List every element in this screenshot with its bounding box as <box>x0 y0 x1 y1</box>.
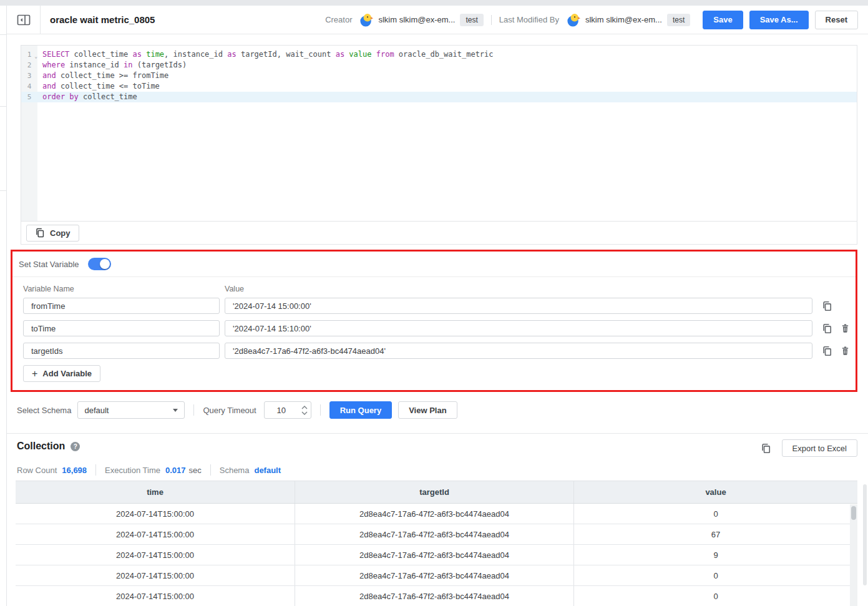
variable-name-input[interactable] <box>23 320 220 336</box>
cell-time: 2024-07-14T15:00:00 <box>16 545 295 565</box>
chevron-down-icon[interactable] <box>301 411 308 415</box>
sql-editor: 1⌄2345 SELECT collect_time as time, inst… <box>21 45 857 245</box>
code-line[interactable]: and collect_time >= fromTime <box>37 71 857 81</box>
trash-icon <box>841 346 850 356</box>
sidebar-divider <box>0 190 6 191</box>
query-timeout-input[interactable]: 10 <box>264 401 311 419</box>
cell-targetid: 2d8ea4c7-17a6-47f2-a6f3-bc4474aead04 <box>295 586 573 606</box>
header-separator <box>40 6 41 34</box>
copy-variable-button[interactable] <box>821 300 832 311</box>
code-lines[interactable]: SELECT collect_time as time, instance_id… <box>37 46 857 221</box>
code-line[interactable]: and collect_time <= toTime <box>37 81 857 92</box>
schema-value: default <box>254 466 281 475</box>
line-number: 3 <box>21 71 37 81</box>
table-scrollbar-thumb[interactable] <box>851 506 856 520</box>
variable-value-input[interactable] <box>225 343 812 359</box>
stat-variable-section: Set Stat Variable Variable Name Value <box>11 250 857 392</box>
copy-label: Copy <box>50 228 71 238</box>
cell-time: 2024-07-14T15:00:00 <box>16 504 295 524</box>
toggle-knob <box>100 259 110 269</box>
save-as-button[interactable]: Save As... <box>749 11 809 29</box>
set-stat-variable-toggle[interactable] <box>88 258 111 270</box>
query-editor-page: oracle wait metric_0805 Creator slkim sl… <box>0 0 868 606</box>
cell-time: 2024-07-14T15:00:00 <box>16 586 295 606</box>
value-header: Value <box>225 285 244 293</box>
cell-value: 0 <box>573 565 857 585</box>
schema-select[interactable]: default <box>77 401 185 419</box>
cell-value: 9 <box>573 545 857 565</box>
variable-value-input[interactable] <box>225 320 812 336</box>
delete-variable-button[interactable] <box>839 323 851 334</box>
copy-variable-button[interactable] <box>821 345 832 356</box>
last-modified-label: Last Modified By <box>499 15 559 24</box>
cell-value: 0 <box>573 586 857 606</box>
copy-results-button[interactable] <box>761 442 772 454</box>
page-scrollbar[interactable] <box>863 484 867 585</box>
sidebar-divider <box>0 106 6 107</box>
copy-variable-button[interactable] <box>821 323 832 334</box>
table-row: 2024-07-14T15:00:00 2d8ea4c7-17a6-47f2-a… <box>16 586 857 606</box>
title-bar: oracle wait metric_0805 Creator slkim sl… <box>7 6 868 34</box>
set-stat-variable-label: Set Stat Variable <box>19 260 79 269</box>
variable-name-header: Variable Name <box>23 285 225 293</box>
add-variable-button[interactable]: + Add Variable <box>23 365 100 382</box>
reset-button[interactable]: Reset <box>815 11 858 29</box>
cell-targetid: 2d8ea4c7-17a6-47f2-a6f3-bc4474aead04 <box>295 504 573 524</box>
cell-targetid: 2d8ea4c7-17a6-47f2-a6f3-bc4474aead04 <box>295 545 573 565</box>
query-controls: Select Schema default Query Timeout 10 R… <box>17 401 457 419</box>
variable-row <box>23 320 856 336</box>
creator-avatar-icon <box>359 13 373 27</box>
cell-value: 0 <box>573 504 857 524</box>
toggle-row: Set Stat Variable <box>12 252 856 277</box>
view-plan-button[interactable]: View Plan <box>398 401 457 419</box>
meta-divider <box>491 15 492 25</box>
copy-icon <box>761 443 771 454</box>
column-header-time: time <box>16 481 295 503</box>
variable-name-input[interactable] <box>23 343 220 359</box>
line-number: 2 <box>21 60 37 71</box>
save-button[interactable]: Save <box>703 11 743 29</box>
last-modified-badge: test <box>667 14 690 26</box>
section-divider <box>7 433 868 434</box>
variable-name-input[interactable] <box>23 298 220 314</box>
creator-name: slkim slkim@ex-em... <box>378 15 455 24</box>
query-timeout-label: Query Timeout <box>203 406 256 415</box>
code-line[interactable]: order by collect_time <box>37 92 857 102</box>
variable-value-input[interactable] <box>225 298 812 314</box>
stats-divider <box>210 464 211 476</box>
collection-header: Collection ? <box>17 441 80 452</box>
run-query-button[interactable]: Run Query <box>329 401 392 419</box>
export-to-excel-button[interactable]: Export to Excel <box>782 439 857 457</box>
copy-sql-button[interactable]: Copy <box>26 225 79 242</box>
code-line[interactable]: SELECT collect_time as time, instance_id… <box>37 49 857 60</box>
creator-badge: test <box>460 14 483 26</box>
caret-down-icon <box>173 409 178 412</box>
code-line[interactable]: where instance_id in (targetIds) <box>37 60 857 71</box>
table-scrollbar[interactable] <box>850 504 857 606</box>
chevron-up-icon[interactable] <box>301 406 308 409</box>
add-variable-label: Add Variable <box>42 369 92 378</box>
result-stats: Row Count 16,698 Execution Time 0.017 se… <box>17 464 281 476</box>
line-number: 4 <box>21 81 37 92</box>
row-count-value: 16,698 <box>62 466 87 475</box>
select-schema-label: Select Schema <box>17 406 71 415</box>
copy-icon <box>35 228 45 238</box>
table-row: 2024-07-14T15:00:00 2d8ea4c7-17a6-47f2-a… <box>16 524 857 545</box>
column-header-targetid: targetId <box>295 481 573 503</box>
collapse-panel-button[interactable] <box>16 12 32 27</box>
controls-divider <box>320 404 321 416</box>
panel-collapse-icon <box>17 14 31 26</box>
execution-time-label: Execution Time <box>105 466 160 475</box>
delete-variable-button[interactable] <box>839 345 851 356</box>
timeout-stepper[interactable] <box>298 406 311 415</box>
table-header-row: time targetId value <box>16 481 857 504</box>
help-icon[interactable]: ? <box>71 442 80 451</box>
execution-time-value: 0.017 <box>165 466 186 475</box>
schema-label: Schema <box>220 466 250 475</box>
cell-value: 67 <box>573 524 857 544</box>
collapsed-sidebar[interactable] <box>0 6 7 606</box>
copy-icon <box>822 323 832 334</box>
cell-time: 2024-07-14T15:00:00 <box>16 524 295 544</box>
cell-time: 2024-07-14T15:00:00 <box>16 565 295 585</box>
table-row: 2024-07-14T15:00:00 2d8ea4c7-17a6-47f2-a… <box>16 545 857 565</box>
